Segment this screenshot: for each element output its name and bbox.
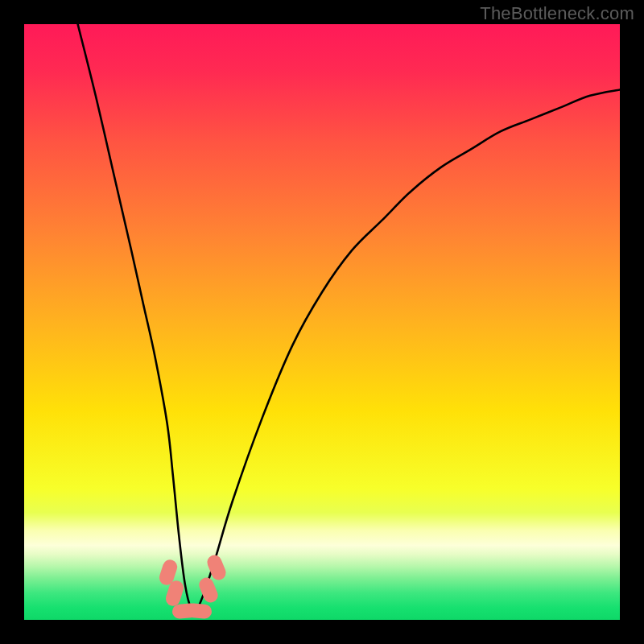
plot-area [24, 24, 620, 620]
chart-frame: TheBottleneck.com [0, 0, 644, 644]
watermark-text: TheBottleneck.com [480, 3, 634, 24]
curve-marker [185, 603, 212, 620]
bottleneck-curve [24, 24, 620, 620]
